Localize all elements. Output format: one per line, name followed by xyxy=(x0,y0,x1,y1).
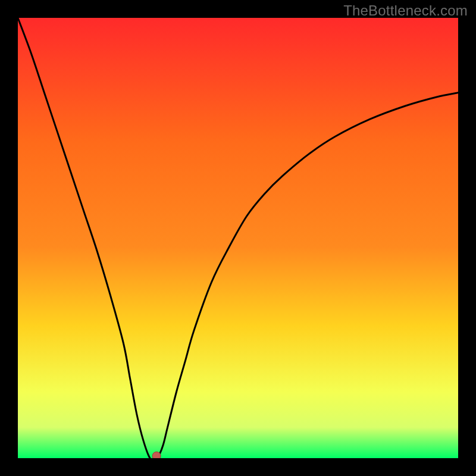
chart-frame: TheBottleneck.com xyxy=(0,0,476,476)
watermark-text: TheBottleneck.com xyxy=(343,2,468,19)
bottleneck-curve-chart xyxy=(18,18,458,458)
minimum-marker xyxy=(152,452,161,458)
plot-area xyxy=(18,18,458,458)
gradient-background xyxy=(18,18,458,458)
